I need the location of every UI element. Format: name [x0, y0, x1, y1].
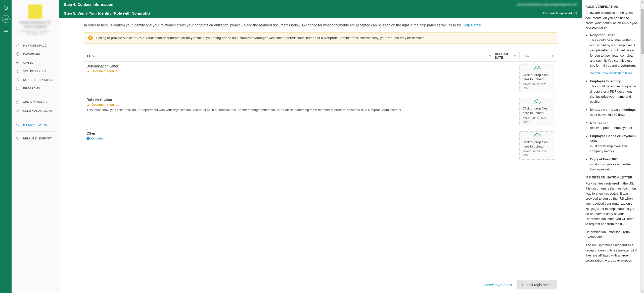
warning-icon: ! [88, 35, 93, 40]
calendar-icon [16, 86, 20, 90]
user-avatar[interactable]: GS [2, 15, 10, 23]
doc-status: ▲ Document required [86, 103, 487, 106]
main-area: Step 4: Contact Information personalblac… [59, 0, 582, 293]
nav-administration[interactable]: ADMINISTRATION [12, 98, 59, 106]
col-file-header[interactable]: FILE [519, 52, 557, 59]
window-scrollbar[interactable]: ▲ ▼ [640, 0, 644, 293]
help-center-link[interactable]: Help Center [463, 23, 481, 27]
help-list-item: Minutes from board meetingsmust be withi… [590, 107, 637, 117]
left-rail: GS [0, 0, 12, 293]
step4-title: Step 4: Contact Information [64, 2, 113, 7]
home-icon [16, 44, 20, 48]
doc-title: Determination Letter [86, 64, 487, 68]
nav-label: VOLUNTEERING [23, 70, 46, 73]
help-panel: ROLE VERIFICATION Below are examples of … [582, 0, 640, 293]
doc-row: Determination Letter ▲ Document required… [84, 62, 557, 95]
submit-registration-button[interactable]: Submit registration [517, 280, 557, 289]
scrollbar-thumb[interactable] [641, 9, 644, 54]
nav-label: USER MANAGEMENT [23, 109, 53, 112]
file-dropzone[interactable]: Click or drop files here to upload Maxim… [519, 98, 555, 126]
help-icon [16, 136, 20, 140]
nav-label: GIVING [23, 61, 33, 64]
sidebar: FROM DARKNESS TO LIGHT CHURCH 99 Fairfie… [12, 0, 59, 293]
nav-user-management[interactable]: USER MANAGEMENT [12, 106, 59, 115]
nav-giving[interactable]: GIVING [12, 58, 59, 67]
info-circle-icon: i [86, 137, 90, 140]
col-date-header[interactable]: UPLOAD DATE [492, 52, 519, 59]
nav-label: MY WORKSPACE [23, 44, 47, 47]
help-paragraph: Determination Letter for Group Exemption… [585, 230, 637, 240]
help-paragraph: For charities registered in the US, this… [585, 181, 637, 227]
doc-row: Role Verification ▲ Document required Th… [84, 95, 557, 129]
step5-meta: Documents uploaded: (0) [543, 12, 577, 15]
file-dropzone[interactable]: Click or drop files here to upload Maxim… [519, 131, 555, 160]
scroll-up-arrow[interactable]: ▲ [641, 0, 644, 4]
avatar-initials: GS [4, 17, 8, 20]
step4-bar[interactable]: Step 4: Contact Information personalblac… [59, 0, 582, 9]
svg-point-10 [17, 79, 18, 80]
sort-icon [551, 55, 554, 57]
svg-point-15 [18, 110, 19, 111]
users-icon [16, 109, 20, 113]
footer-actions: Cancel my request Submit registration [59, 275, 582, 293]
help-list-item: Copy of Form 990must show you as a membe… [590, 157, 637, 172]
help-list-item: Employee Badge or Paycheck stubmust show… [590, 134, 637, 154]
col-type-header[interactable]: TYPE [84, 52, 492, 59]
intro-text: In order to help us confirm your identit… [84, 23, 557, 28]
file-dropzone[interactable]: Click or drop files here to upload Maxim… [519, 64, 555, 92]
svg-rect-13 [16, 101, 19, 103]
gift-icon [16, 61, 20, 65]
nav-label: DASHBOARD [23, 53, 41, 56]
nav-label: MY NONPROFITS [23, 123, 47, 126]
svg-rect-11 [16, 87, 19, 90]
power-icon[interactable] [2, 4, 9, 11]
org-name: FROM DARKNESS TO LIGHT CHURCH [19, 21, 51, 29]
sort-icon [489, 55, 492, 57]
svg-point-17 [18, 139, 18, 139]
nav-my-workspace[interactable]: MY WORKSPACE [12, 41, 59, 50]
document-icon [16, 52, 20, 56]
nav-programs[interactable]: PROGRAMS [12, 84, 59, 93]
sample-letter-link[interactable]: Sample Role Verification letter [590, 71, 632, 75]
step5-bar[interactable]: Step 5: Verify Your Identity (Role with … [59, 9, 582, 18]
nav-help-support[interactable]: HELP AND SUPPORT [12, 134, 59, 143]
warning-text: Failing to provide sufficient Role Verif… [96, 35, 426, 41]
cancel-request-button[interactable]: Cancel my request [483, 283, 512, 287]
nav-label: NONPROFIT PROFILE [23, 78, 53, 81]
org-address: 99 Fairfield St, Charleston, SC, 29492, … [19, 30, 51, 35]
step4-meta: personalblackbaud-nppmanager@gmail.com [517, 3, 577, 6]
help-heading: ROLE VERIFICATION [585, 5, 637, 9]
nav-label: ADMINISTRATION [23, 101, 48, 104]
upload-cloud-icon [523, 66, 552, 72]
help-list-item: Employee DirectoryThis could be a scan o… [590, 79, 637, 104]
nav-volunteering[interactable]: VOLUNTEERING [12, 67, 59, 76]
table-header: TYPE UPLOAD DATE FILE [84, 50, 557, 62]
nav-my-nonprofits[interactable]: MY NONPROFITS [12, 120, 59, 129]
hamburger-menu-icon[interactable] [2, 27, 9, 34]
help-paragraph: Below are examples of the types of docum… [585, 10, 637, 31]
help-heading: IRS DETERMINATION LETTER [585, 175, 637, 180]
help-paragraph: The IRS sometimes recognizes a group of … [585, 243, 637, 263]
doc-description: This must show your role, position, or d… [86, 107, 487, 113]
svg-point-14 [17, 109, 18, 111]
warning-box: ! Failing to provide sufficient Role Ver… [84, 32, 557, 44]
doc-title: Other [86, 131, 487, 135]
briefcase-icon [16, 100, 20, 104]
content-scroll: In order to help us confirm your identit… [59, 18, 582, 275]
doc-status: ▲ Document required [86, 69, 487, 73]
nav-label: PROGRAMS [23, 87, 40, 90]
upload-cloud-icon [523, 133, 552, 139]
help-list-item: Nonprofit Letter This would be a letter … [590, 33, 637, 76]
nav-dashboard[interactable]: DASHBOARD [12, 50, 59, 58]
nav-label: HELP AND SUPPORT [23, 137, 52, 140]
sort-icon [514, 55, 516, 57]
upload-cloud-icon [523, 99, 552, 106]
warning-triangle-icon: ▲ [86, 69, 90, 73]
heart-icon [16, 123, 20, 127]
scroll-down-arrow[interactable]: ▼ [641, 289, 644, 293]
doc-row: Other i Optional Click or drop files her… [84, 129, 557, 162]
step5-title: Step 5: Verify Your Identity (Role with … [64, 11, 150, 15]
sidebar-org-header: FROM DARKNESS TO LIGHT CHURCH 99 Fairfie… [15, 0, 55, 38]
nav-nonprofit-profile[interactable]: NONPROFIT PROFILE [12, 76, 59, 84]
help-list-item: Offer Letterreceived prior to employment [590, 120, 637, 130]
